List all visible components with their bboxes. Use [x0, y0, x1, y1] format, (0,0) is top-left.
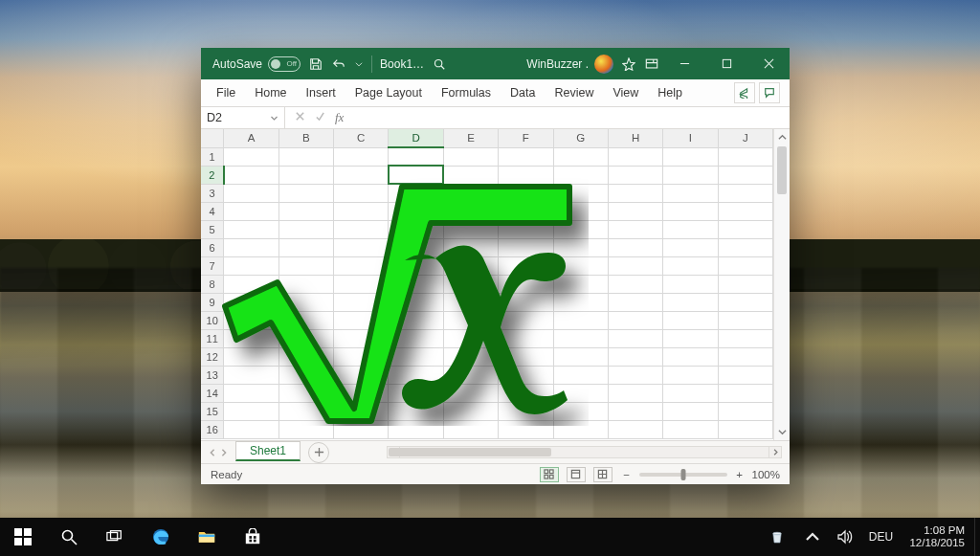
cell[interactable] [443, 220, 498, 238]
cell[interactable] [334, 402, 389, 420]
cell[interactable] [553, 311, 608, 329]
column-header[interactable]: D [389, 129, 443, 147]
ribbon-tab-formulas[interactable]: Formulas [432, 79, 501, 106]
cell[interactable] [389, 329, 443, 347]
cell[interactable] [389, 402, 443, 420]
cell[interactable] [278, 202, 333, 220]
cell[interactable] [608, 366, 662, 384]
cell[interactable] [224, 311, 278, 329]
cell[interactable] [443, 238, 498, 256]
cell[interactable] [499, 256, 553, 275]
row-header[interactable]: 6 [201, 238, 224, 256]
row-header[interactable]: 15 [201, 402, 224, 420]
cell[interactable] [389, 420, 443, 438]
cell[interactable] [663, 402, 718, 420]
cell[interactable] [224, 256, 278, 275]
cell[interactable] [608, 384, 662, 402]
vertical-scrollbar[interactable] [773, 129, 790, 440]
cell[interactable] [663, 420, 718, 438]
cell[interactable] [663, 166, 718, 184]
cell[interactable] [334, 366, 389, 384]
scroll-up-icon[interactable] [774, 129, 790, 145]
cell[interactable] [389, 366, 443, 384]
row-header[interactable]: 5 [201, 220, 224, 238]
row-header[interactable]: 13 [201, 366, 224, 384]
cell[interactable] [224, 202, 278, 220]
cell[interactable] [224, 184, 278, 202]
cell[interactable] [553, 347, 608, 366]
cell[interactable] [499, 184, 553, 202]
cell[interactable] [389, 184, 443, 202]
language-indicator[interactable]: DEU [861, 518, 900, 556]
cell[interactable] [608, 256, 662, 275]
undo-icon[interactable] [331, 56, 346, 72]
fx-label[interactable]: fx [335, 110, 351, 125]
cell[interactable] [553, 402, 608, 420]
row-header[interactable]: 4 [201, 202, 224, 220]
cell[interactable] [499, 347, 553, 366]
cell[interactable] [553, 220, 608, 238]
comments-icon[interactable] [759, 82, 780, 103]
close-button[interactable] [751, 48, 786, 79]
cell[interactable] [278, 420, 333, 438]
cell[interactable] [718, 184, 772, 202]
cell[interactable] [663, 238, 718, 256]
cell[interactable] [608, 402, 662, 420]
autosave-switch[interactable]: Off [268, 56, 301, 72]
ribbon-tab-page-layout[interactable]: Page Layout [345, 79, 432, 106]
cell[interactable] [608, 166, 662, 184]
cell[interactable] [718, 147, 772, 166]
cell[interactable] [553, 184, 608, 202]
cell[interactable] [718, 293, 772, 311]
cell[interactable] [334, 275, 389, 293]
cell[interactable] [663, 220, 718, 238]
cell[interactable] [389, 147, 443, 166]
cell[interactable] [608, 238, 662, 256]
cell[interactable] [278, 220, 333, 238]
cell[interactable] [224, 147, 278, 166]
row-header[interactable]: 12 [201, 347, 224, 366]
share-icon[interactable] [734, 82, 755, 103]
cell[interactable] [553, 329, 608, 347]
row-header[interactable]: 9 [201, 293, 224, 311]
cell[interactable] [278, 384, 333, 402]
cell[interactable] [443, 329, 498, 347]
volume-icon[interactable] [829, 518, 861, 556]
name-box[interactable]: D2 [201, 107, 285, 128]
cell[interactable] [499, 366, 553, 384]
add-sheet-button[interactable] [308, 442, 329, 463]
cell[interactable] [718, 329, 772, 347]
cell[interactable] [553, 256, 608, 275]
cell[interactable] [443, 384, 498, 402]
cell[interactable] [278, 275, 333, 293]
ribbon-tab-file[interactable]: File [207, 79, 245, 106]
ribbon-tab-review[interactable]: Review [545, 79, 603, 106]
cell[interactable] [608, 184, 662, 202]
cell[interactable] [278, 238, 333, 256]
sheet-tab-nav[interactable] [201, 449, 235, 456]
cell[interactable] [334, 384, 389, 402]
cell[interactable] [389, 384, 443, 402]
cell[interactable] [443, 147, 498, 166]
cell[interactable] [499, 293, 553, 311]
row-header[interactable]: 14 [201, 384, 224, 402]
column-header[interactable]: H [608, 129, 662, 147]
cell[interactable] [224, 238, 278, 256]
cell[interactable] [334, 311, 389, 329]
cell[interactable] [663, 202, 718, 220]
row-header[interactable]: 16 [201, 420, 224, 438]
column-header[interactable]: F [499, 129, 553, 147]
cell[interactable] [389, 238, 443, 256]
vertical-scroll-thumb[interactable] [777, 146, 787, 194]
recycle-bin-icon[interactable] [758, 518, 796, 556]
cell[interactable] [663, 329, 718, 347]
cell[interactable] [663, 384, 718, 402]
cell[interactable] [389, 275, 443, 293]
cell[interactable] [389, 293, 443, 311]
cell[interactable] [389, 220, 443, 238]
cell[interactable] [443, 256, 498, 275]
cell[interactable] [334, 202, 389, 220]
cell[interactable] [499, 311, 553, 329]
cell[interactable] [389, 311, 443, 329]
cell[interactable] [224, 166, 278, 184]
